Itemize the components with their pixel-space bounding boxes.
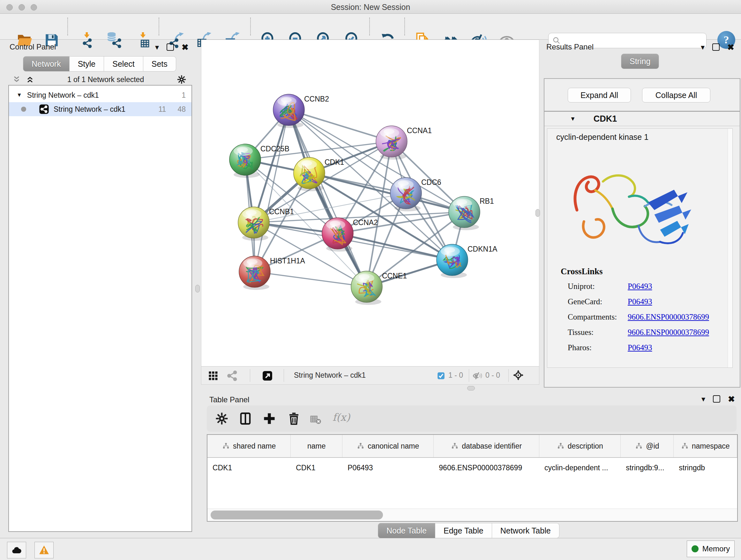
results-panel-menu-icon[interactable]: ▾ [701, 44, 704, 51]
scrollbar-thumb[interactable] [211, 510, 383, 519]
collapse-all-button[interactable]: Collapse All [642, 88, 711, 103]
crosshair-icon[interactable] [513, 370, 524, 381]
results-panel-title: Results Panel [546, 43, 594, 51]
network-collection-row[interactable]: ▼ String Network – cdk1 1 [9, 88, 192, 102]
network-node-HIST1H1A[interactable]: HIST1H1A [239, 256, 306, 290]
control-panel-menu-icon[interactable]: ▾ [155, 44, 159, 51]
network-share-badge-icon [39, 104, 49, 114]
function-builder-icon[interactable]: f(x) [333, 411, 350, 423]
node-label-CDKN1A: CDKN1A [468, 245, 497, 253]
table-horizontal-scrollbar[interactable] [207, 509, 737, 521]
tab-network[interactable]: Network [23, 56, 70, 71]
network-node-CCNB2[interactable]: CCNB2 [273, 94, 329, 128]
network-view-toolbar: String Network – cdk1 1 - 0 0 - 0 [201, 366, 539, 385]
crosslink-label: Tissues: [568, 328, 628, 337]
column-header-@id[interactable]: @id [621, 435, 674, 457]
column-header-description[interactable]: description [539, 435, 621, 457]
tab-string[interactable]: String [621, 54, 659, 69]
window-titlebar: Session: New Session [0, 0, 741, 14]
results-gene-section: ▼ CDK1 cyclin-dependent kinase 1 [544, 111, 740, 388]
main-toolbar: ? [0, 14, 741, 40]
column-header-name[interactable]: name [291, 435, 342, 457]
warning-icon [39, 545, 50, 556]
edge-count: 48 [178, 105, 186, 114]
column-header-namespace[interactable]: namespace [674, 435, 737, 457]
table-panel-close-icon[interactable]: ✖ [728, 396, 735, 402]
table-panel-float-icon[interactable] [713, 395, 720, 402]
results-panel-close-icon[interactable]: ✖ [727, 44, 734, 51]
network-node-CDKN1A[interactable]: CDKN1A [436, 244, 497, 278]
network-row-selected[interactable]: String Network – cdk1 11 48 [9, 102, 192, 116]
warnings-button[interactable] [35, 542, 54, 558]
tab-style[interactable]: Style [70, 56, 105, 71]
network-overview-icon[interactable] [227, 370, 238, 381]
network-edge[interactable] [255, 272, 367, 287]
toolbar-separator [158, 17, 159, 36]
control-panel-float-icon[interactable] [166, 44, 174, 51]
gene-expander-icon[interactable]: ▼ [570, 116, 576, 122]
cloud-button[interactable] [7, 542, 26, 558]
add-column-icon[interactable] [263, 412, 276, 425]
splitter-grip-left[interactable] [195, 285, 200, 293]
crosslink-link[interactable]: 9606.ENSP00000378699 [628, 313, 709, 321]
network-edge[interactable] [289, 110, 392, 141]
tab-select[interactable]: Select [104, 56, 143, 71]
import-network-file-button[interactable] [79, 32, 95, 48]
crosslink-row: Tissues:9606.ENSP00000378699 [568, 328, 732, 337]
column-header-shared-name[interactable]: shared name [207, 435, 291, 457]
delete-column-icon[interactable] [287, 412, 300, 425]
show-columns-icon[interactable] [239, 412, 252, 425]
network-node-RB1[interactable]: RB1 [449, 196, 494, 230]
table-panel-menu-icon[interactable]: ▾ [701, 396, 705, 402]
gene-section-header[interactable]: ▼ CDK1 [544, 112, 740, 126]
crosslink-link[interactable]: 9606.ENSP00000378699 [628, 328, 709, 337]
network-node-CDC25B[interactable]: CDC25B [229, 144, 289, 178]
splitter-grip-bottom[interactable] [467, 386, 475, 390]
network-selection-summary: 1 of 1 Network selected [35, 75, 177, 84]
crosslink-link[interactable]: P06493 [628, 343, 652, 352]
table-cell: cyclin-dependent ... [539, 463, 621, 472]
column-header-canonical-name[interactable]: canonical name [342, 435, 434, 457]
network-canvas[interactable]: CCNB2CCNA1CDC25BCDK1CDC6RB1CCNB1CCNA2CDK… [201, 40, 539, 367]
network-options-gear-icon[interactable] [177, 75, 186, 84]
network-node-CCNE1[interactable]: CCNE1 [351, 271, 407, 305]
selected-checkbox-icon[interactable] [437, 372, 445, 380]
results-scrollbar[interactable] [728, 129, 732, 368]
delete-table-icon[interactable] [310, 414, 321, 425]
hidden-eye-off-icon[interactable] [473, 371, 482, 381]
collapse-all-networks-icon[interactable] [12, 75, 21, 84]
tab-sets[interactable]: Sets [143, 56, 176, 71]
column-header-database-identifier[interactable]: database identifier [434, 435, 539, 457]
import-table-button[interactable] [135, 32, 151, 48]
detach-view-icon[interactable] [262, 370, 273, 381]
tab-network-table[interactable]: Network Table [492, 523, 559, 538]
network-edge[interactable] [338, 233, 452, 260]
splitter-grip-right[interactable] [536, 209, 540, 217]
network-node-CCNA1[interactable]: CCNA1 [376, 126, 432, 160]
memory-status-dot-icon [691, 545, 698, 552]
network-node-CCNA2[interactable]: CCNA2 [322, 218, 378, 252]
crosslink-link[interactable]: P06493 [628, 282, 652, 291]
results-actions-box: Expand All Collapse All [544, 78, 740, 111]
crosslink-link[interactable]: P06493 [628, 297, 652, 306]
import-network-database-button[interactable] [106, 32, 122, 48]
window-title: Session: New Session [0, 3, 741, 12]
tab-node-table[interactable]: Node Table [378, 523, 435, 538]
gene-details-box: cyclin-dependent kinase 1 CrossLinks [547, 128, 733, 368]
node-label-CDC25B: CDC25B [260, 145, 289, 153]
gene-description: cyclin-dependent kinase 1 [556, 132, 732, 142]
column-mapping-icon [357, 442, 364, 450]
table-cell: CDK1 [291, 463, 342, 472]
table-options-gear-icon[interactable] [215, 412, 228, 425]
table-row[interactable]: CDK1CDK1P064939606.ENSP00000378699cyclin… [207, 458, 737, 478]
expand-all-networks-icon[interactable] [25, 75, 35, 84]
memory-button[interactable]: Memory [687, 541, 735, 557]
control-panel-close-icon[interactable]: ✖ [182, 44, 189, 51]
tab-edge-table[interactable]: Edge Table [435, 523, 492, 538]
expand-all-button[interactable]: Expand All [568, 88, 631, 103]
separator [469, 369, 469, 382]
grid-view-icon[interactable] [208, 370, 219, 381]
import-table-icon [135, 32, 151, 48]
results-panel-float-icon[interactable] [712, 44, 720, 51]
tree-expander-icon[interactable]: ▼ [17, 92, 22, 98]
